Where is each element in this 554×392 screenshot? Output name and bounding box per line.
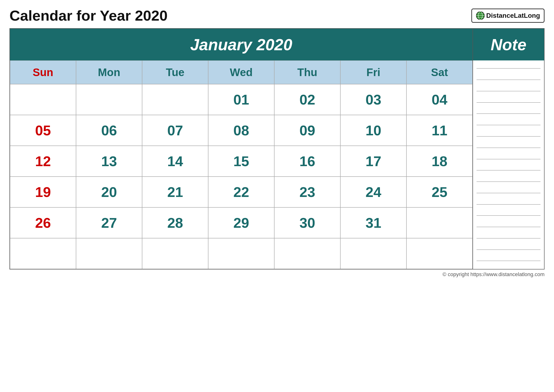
day-cell-empty <box>76 238 142 269</box>
note-lines <box>473 60 544 269</box>
day-cell <box>10 84 76 115</box>
note-line <box>477 113 540 114</box>
note-line <box>477 204 540 204</box>
day-cell-22: 22 <box>208 176 274 207</box>
day-cell-01: 01 <box>208 84 274 115</box>
globe-icon <box>476 11 485 20</box>
day-header-tue: Tue <box>142 60 208 84</box>
note-line <box>477 136 540 137</box>
day-cell-30: 30 <box>274 207 340 238</box>
day-cell-10: 10 <box>340 115 406 146</box>
day-headers-row: Sun Mon Tue Wed Thu Fri Sat <box>10 60 472 84</box>
day-cell <box>76 84 142 115</box>
day-cell-empty <box>340 238 406 269</box>
note-line <box>477 238 540 238</box>
day-cell-empty <box>208 238 274 269</box>
day-cell-16: 16 <box>274 146 340 176</box>
day-cell-empty <box>406 207 472 238</box>
page-title: Calendar for Year 2020 <box>9 7 167 24</box>
day-cell-27: 27 <box>76 207 142 238</box>
month-header: January 2020 <box>10 29 472 60</box>
logo-text: DistanceLatLong <box>486 12 540 20</box>
note-header: Note <box>473 29 544 60</box>
note-line <box>477 193 540 193</box>
day-cell-empty <box>406 238 472 269</box>
day-cell-09: 09 <box>274 115 340 146</box>
note-line <box>477 250 540 250</box>
week-row-6 <box>10 238 472 269</box>
day-header-thu: Thu <box>274 60 340 84</box>
week-row-5: 26 27 28 29 30 31 <box>10 207 472 238</box>
day-cell-06: 06 <box>76 115 142 146</box>
day-cell-07: 07 <box>142 115 208 146</box>
day-cell-empty <box>142 238 208 269</box>
day-cell-18: 18 <box>406 146 472 176</box>
day-cell-03: 03 <box>340 84 406 115</box>
day-cell-28: 28 <box>142 207 208 238</box>
day-header-sun: Sun <box>10 60 76 84</box>
day-header-wed: Wed <box>208 60 274 84</box>
week-row-2: 05 06 07 08 09 10 11 <box>10 115 472 146</box>
note-line <box>477 91 540 91</box>
note-line <box>477 182 540 182</box>
day-cell-05: 05 <box>10 115 76 146</box>
day-cell-04: 04 <box>406 84 472 115</box>
day-header-sat: Sat <box>406 60 472 84</box>
day-cell-17: 17 <box>340 146 406 176</box>
day-header-mon: Mon <box>76 60 142 84</box>
day-cell-empty <box>274 238 340 269</box>
note-line <box>477 261 540 261</box>
day-cell-08: 08 <box>208 115 274 146</box>
logo: DistanceLatLong <box>471 8 545 23</box>
week-row-1: 01 02 03 04 <box>10 84 472 115</box>
day-cell-21: 21 <box>142 176 208 207</box>
note-line <box>477 102 540 103</box>
day-cell-15: 15 <box>208 146 274 176</box>
day-cell-25: 25 <box>406 176 472 207</box>
day-cell <box>142 84 208 115</box>
day-cell-02: 02 <box>274 84 340 115</box>
day-cell-19: 19 <box>10 176 76 207</box>
day-cell-13: 13 <box>76 146 142 176</box>
note-line <box>477 159 540 159</box>
note-line <box>477 148 540 148</box>
day-cell-14: 14 <box>142 146 208 176</box>
note-line <box>477 170 540 170</box>
day-cell-31: 31 <box>340 207 406 238</box>
note-line <box>477 227 540 227</box>
calendar-wrapper: January 2020 Sun Mon Tue Wed Thu Fri Sat… <box>9 28 545 269</box>
note-line <box>477 68 540 69</box>
day-cell-12: 12 <box>10 146 76 176</box>
week-row-3: 12 13 14 15 16 17 18 <box>10 146 472 176</box>
page-header: Calendar for Year 2020 DistanceLatLong <box>9 7 545 24</box>
day-cell-29: 29 <box>208 207 274 238</box>
day-cell-empty <box>10 238 76 269</box>
note-line <box>477 80 540 80</box>
day-cell-26: 26 <box>10 207 76 238</box>
day-cell-24: 24 <box>340 176 406 207</box>
day-header-fri: Fri <box>340 60 406 84</box>
day-cell-20: 20 <box>76 176 142 207</box>
calendar-section: January 2020 Sun Mon Tue Wed Thu Fri Sat… <box>10 29 473 269</box>
footer-copyright: © copyright https://www.distancelatlong.… <box>9 271 545 278</box>
week-row-4: 19 20 21 22 23 24 25 <box>10 176 472 207</box>
note-line <box>477 125 540 125</box>
day-cell-23: 23 <box>274 176 340 207</box>
day-cell-11: 11 <box>406 115 472 146</box>
note-section: Note <box>473 29 544 269</box>
